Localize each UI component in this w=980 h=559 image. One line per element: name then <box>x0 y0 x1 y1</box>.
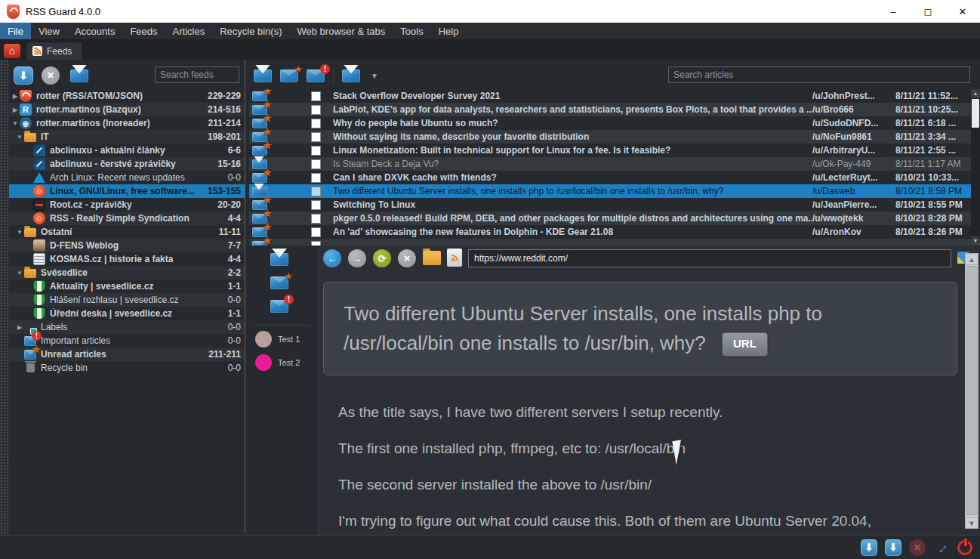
feed-row[interactable]: ▼IT198-201 <box>9 130 245 144</box>
feed-row[interactable]: ▼Svésedlice2-2 <box>9 266 245 280</box>
label-test-2[interactable]: Test 2 <box>255 354 300 371</box>
article-row[interactable]: Switching To Linux/u/JeanPierre...8/10/2… <box>249 198 971 212</box>
expander-icon[interactable]: ▼ <box>15 134 24 141</box>
article-row[interactable] <box>249 239 971 246</box>
menu-help[interactable]: Help <box>431 23 467 39</box>
maximize-button[interactable]: ◻ <box>911 0 945 23</box>
article-row[interactable]: LabPlot, KDE's app for data analysts, re… <box>249 103 971 116</box>
stop-button[interactable]: ✕ <box>398 249 416 267</box>
url-bar[interactable] <box>468 249 951 267</box>
panel-splitter[interactable] <box>245 60 245 534</box>
feed-row[interactable]: RSS - Really Simple Syndication4-4 <box>9 212 245 225</box>
preview-scrollbar[interactable]: ▲ ▼ <box>965 253 978 529</box>
stop-update-button[interactable]: ✕ <box>42 66 60 85</box>
article-row[interactable]: Linux Monetization: Built in technical s… <box>249 144 971 157</box>
forward-button[interactable]: → <box>348 249 366 267</box>
scroll-down-arrow[interactable]: ▼ <box>971 236 980 246</box>
chevron-down-icon[interactable]: ▼ <box>371 72 378 80</box>
feeds-dock-handle[interactable] <box>0 60 9 535</box>
refresh-button[interactable]: ⟳ <box>373 249 391 267</box>
article-row[interactable]: An 'ad' showcasing the new features in D… <box>249 225 971 239</box>
article-row[interactable]: Two different Ubuntu Server installs, on… <box>249 184 971 198</box>
article-url-button[interactable]: URL <box>722 332 768 357</box>
toggle-important-button[interactable] <box>270 300 288 313</box>
menu-recycle-bin-s-[interactable]: Recycle bin(s) <box>212 23 289 39</box>
feed-row[interactable]: Root.cz - zprávičky20-20 <box>9 198 245 212</box>
search-articles-input[interactable] <box>668 66 970 83</box>
feed-row[interactable]: Arch Linux: Recent news updates0-0 <box>9 171 245 184</box>
article-list-scrollbar[interactable]: ▲ ▼ <box>971 89 980 246</box>
read-checkbox[interactable] <box>311 105 321 115</box>
feed-row[interactable]: ▼rotter.martinos (Inoreader)211-214 <box>9 116 245 130</box>
feed-row[interactable]: abclinuxu - aktuální články6-6 <box>9 144 245 157</box>
article-row[interactable]: Can I share DXVK cache with friends?/u/L… <box>249 171 971 184</box>
update-all-button[interactable]: ⬇ <box>885 539 901 556</box>
tab-feeds[interactable]: Feeds <box>26 42 83 60</box>
search-feeds-input[interactable] <box>155 66 239 83</box>
read-checkbox[interactable] <box>311 187 321 196</box>
feed-row[interactable]: Aktuality | svesedlice.cz1-1 <box>9 280 245 293</box>
read-checkbox[interactable] <box>311 146 321 156</box>
menu-web-browser-tabs[interactable]: Web browser & tabs <box>290 23 393 39</box>
read-checkbox[interactable] <box>311 173 321 183</box>
expander-icon[interactable]: ▼ <box>11 120 20 127</box>
feed-row[interactable]: ▶Labels0-0 <box>9 320 245 334</box>
scroll-up-arrow[interactable]: ▲ <box>971 89 980 98</box>
article-row[interactable]: Why do people hate Ubuntu so much?/u/Sud… <box>249 116 971 130</box>
menu-feeds[interactable]: Feeds <box>122 23 165 39</box>
feed-row[interactable]: KOSMAS.cz | historie a fakta4-4 <box>9 252 245 266</box>
menu-tools[interactable]: Tools <box>393 23 430 39</box>
download-manager-button[interactable]: ⬇ <box>861 539 877 556</box>
article-row[interactable]: Stack Overflow Developer Survey 2021/u/J… <box>249 89 971 103</box>
read-checkbox[interactable] <box>311 132 321 142</box>
scroll-down-arrow[interactable]: ▼ <box>965 517 978 529</box>
minimize-button[interactable]: – <box>876 0 911 23</box>
mark-read-button[interactable] <box>254 69 272 82</box>
read-checkbox[interactable] <box>311 214 321 224</box>
mark-all-read-button[interactable] <box>70 69 88 82</box>
expander-icon[interactable]: ▶ <box>11 107 20 113</box>
scroll-up-arrow[interactable]: ▲ <box>965 253 978 265</box>
read-checkbox[interactable] <box>311 159 321 169</box>
read-checkbox[interactable] <box>311 227 321 237</box>
rss-page-icon[interactable] <box>447 249 462 267</box>
read-checkbox[interactable] <box>311 200 321 210</box>
feed-row[interactable]: Hlášení rozhlasu | svesedlice.cz0-0 <box>9 293 245 307</box>
expander-icon[interactable]: ▼ <box>15 229 24 236</box>
quit-button[interactable] <box>957 540 972 555</box>
expander-icon[interactable]: ▼ <box>15 270 24 276</box>
feed-row[interactable]: Unread articles211-211 <box>9 347 245 361</box>
scrollbar-thumb[interactable] <box>972 99 979 128</box>
read-checkbox[interactable] <box>311 91 321 101</box>
feed-row[interactable]: D-FENS Weblog7-7 <box>9 239 245 252</box>
feed-row[interactable]: Úřední deska | svesedlice.cz1-1 <box>9 307 245 320</box>
feed-row[interactable]: ▼Ostatní11-11 <box>9 225 245 239</box>
scrollbar-thumb[interactable] <box>966 266 978 515</box>
update-feeds-button[interactable]: ⬇ <box>14 66 33 85</box>
open-folder-icon[interactable] <box>423 251 441 265</box>
mark-important-button[interactable] <box>307 69 325 82</box>
expander-icon[interactable]: ▶ <box>15 324 24 331</box>
feed-row[interactable]: abclinuxu - čerstvé zprávičky15-16 <box>9 157 245 171</box>
feed-row[interactable]: Important articles0-0 <box>9 334 245 347</box>
menu-file[interactable]: File <box>0 23 31 39</box>
article-row[interactable]: Without saying its name, describe your f… <box>249 130 971 144</box>
home-tab-button[interactable]: ⌂ <box>2 42 23 60</box>
article-row[interactable]: pkger 0.5.0 released! Build RPM, DEB, an… <box>249 212 971 225</box>
back-button[interactable]: ← <box>323 249 341 267</box>
stop-running-button[interactable]: ✕ <box>909 539 926 556</box>
menu-articles[interactable]: Articles <box>165 23 213 39</box>
mark-unread-button[interactable] <box>280 69 298 82</box>
label-test-1[interactable]: Test 1 <box>255 331 300 347</box>
feed-row[interactable]: ▶rotter.martinos (Bazqux)214-516 <box>9 103 245 116</box>
feed-row[interactable]: Linux, GNU/Linux, free software...153-15… <box>9 184 245 198</box>
mark-all-articles-button[interactable] <box>342 69 360 82</box>
toggle-read-button[interactable] <box>270 253 288 266</box>
fullscreen-toggle-icon[interactable]: ↔ <box>929 536 953 559</box>
close-button[interactable]: ✕ <box>945 0 980 23</box>
feed-row[interactable]: ▶rotter (RSS/ATOM/JSON)229-229 <box>9 89 245 103</box>
article-row[interactable]: Is Steam Deck a Deja Vu?/u/Ok-Pay-4498/1… <box>249 157 971 171</box>
read-checkbox[interactable] <box>311 119 321 128</box>
expander-icon[interactable]: ▶ <box>11 93 20 100</box>
feed-row[interactable]: Recycle bin0-0 <box>9 361 245 375</box>
